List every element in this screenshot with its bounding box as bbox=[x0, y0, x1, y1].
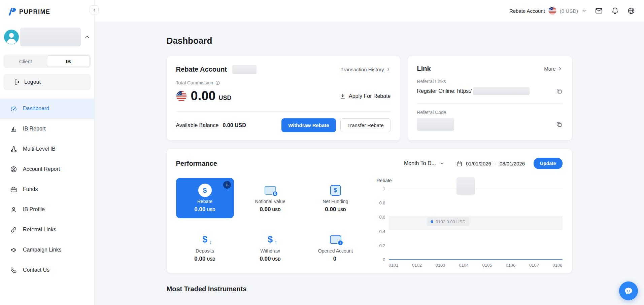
person-icon bbox=[10, 206, 17, 213]
metric-tile-rebate[interactable]: $ Rebate 0.00USD bbox=[176, 178, 234, 218]
available-balance-value: 0.00 USD bbox=[223, 122, 246, 128]
dollar-up-icon: $↑ bbox=[268, 235, 273, 244]
chart-plot-area[interactable]: 0102 0.00 USD bbox=[389, 189, 563, 260]
chat-bubble-icon bbox=[623, 286, 634, 296]
metric-label: Deposits bbox=[196, 248, 214, 254]
date-range-picker[interactable]: 01/01/2026 - 08/01/2026 bbox=[456, 160, 525, 167]
sidebar-item-label: Contact Us bbox=[23, 267, 49, 273]
account-switcher[interactable]: Rebate Account (0 USD) bbox=[509, 7, 587, 15]
metric-unit: USD bbox=[337, 207, 346, 212]
metric-value: 0.00 bbox=[260, 256, 271, 262]
chevron-right-icon bbox=[557, 66, 563, 71]
sidebar-item-funds[interactable]: Funds bbox=[0, 179, 94, 199]
total-commission-row: Total Commission bbox=[176, 80, 391, 85]
sidebar-item-ib-report[interactable]: IB Report bbox=[0, 119, 94, 139]
logout-button[interactable]: Logout bbox=[3, 74, 91, 90]
rebate-detail-arrow-icon[interactable] bbox=[223, 181, 231, 189]
sidebar-item-label: IB Report bbox=[23, 126, 46, 132]
metric-value: 0.00 bbox=[194, 256, 205, 262]
sidebar-item-multi-level-ib[interactable]: Multi-Level IB bbox=[0, 139, 94, 159]
y-tick: 1 bbox=[377, 186, 385, 191]
language-globe-icon[interactable] bbox=[627, 7, 635, 15]
person-circle-icon bbox=[10, 166, 17, 173]
sidebar-item-label: Funds bbox=[23, 186, 38, 192]
metric-tile-notional-value[interactable]: $ Notional Value 0.00USD bbox=[241, 178, 299, 218]
sidebar-item-ib-profile[interactable]: IB Profile bbox=[0, 199, 94, 220]
sidebar-item-label: Dashboard bbox=[23, 106, 49, 112]
sidebar-item-label: IB Profile bbox=[23, 206, 45, 213]
chart-tooltip: 0102 0.00 USD bbox=[427, 217, 469, 226]
transaction-history-label: Transaction History bbox=[341, 67, 384, 72]
dollar-square-icon: $ bbox=[330, 185, 341, 196]
referral-code-redacted bbox=[417, 118, 454, 131]
top-cards-row: Rebate Account Transaction History Total… bbox=[167, 56, 572, 140]
apply-for-rebate-link[interactable]: Apply For Rebate bbox=[340, 93, 391, 99]
notification-bell-icon[interactable] bbox=[611, 7, 619, 15]
x-tick: 0104 bbox=[459, 263, 469, 268]
info-icon[interactable] bbox=[215, 80, 220, 85]
puprime-logo-icon bbox=[6, 7, 16, 17]
dollar-down-icon: $↓ bbox=[202, 235, 207, 244]
sidebar-collapse-button[interactable] bbox=[90, 5, 99, 14]
account-id-redacted bbox=[232, 65, 257, 74]
us-flag-icon bbox=[548, 7, 556, 15]
total-commission-label: Total Commission bbox=[176, 80, 213, 85]
x-tick: 0101 bbox=[389, 263, 399, 268]
date-separator: - bbox=[495, 161, 496, 166]
mail-icon[interactable] bbox=[595, 7, 603, 15]
period-selected-value: Month To D... bbox=[404, 160, 436, 166]
metric-tile-opened-account[interactable]: + Opened Account 0 bbox=[307, 227, 365, 268]
calendar-icon bbox=[456, 160, 463, 167]
rebate-account-card: Rebate Account Transaction History Total… bbox=[167, 56, 400, 140]
transaction-history-link[interactable]: Transaction History bbox=[341, 67, 391, 72]
referral-code-row bbox=[417, 118, 563, 131]
y-tick: 0.4 bbox=[377, 229, 385, 234]
hierarchy-icon bbox=[10, 146, 17, 153]
y-tick: 0.8 bbox=[377, 200, 385, 205]
x-tick: 0108 bbox=[553, 263, 563, 268]
phone-icon bbox=[10, 267, 17, 274]
link-icon bbox=[10, 226, 17, 233]
update-button[interactable]: Update bbox=[534, 158, 562, 169]
client-ib-toggle: Client IB bbox=[3, 54, 91, 68]
sidebar-item-account-report[interactable]: Account Report bbox=[0, 159, 94, 179]
metric-tile-net-funding[interactable]: $ Net Funding 0.00USD bbox=[307, 178, 365, 218]
profile-summary[interactable] bbox=[4, 28, 90, 46]
series-dot-icon bbox=[431, 220, 433, 223]
metric-value: 0.00 bbox=[325, 206, 336, 213]
chevron-right-icon bbox=[386, 67, 391, 72]
live-chat-button[interactable] bbox=[619, 281, 638, 300]
sidebar-item-dashboard[interactable]: Dashboard bbox=[0, 99, 94, 119]
user-avatar bbox=[4, 30, 19, 44]
total-commission-amount: 0.00 bbox=[191, 89, 216, 103]
dollar-badge-icon: $ bbox=[272, 191, 278, 197]
sidebar-item-contact-us[interactable]: Contact Us bbox=[0, 260, 94, 280]
metric-value: 0.00 bbox=[194, 206, 205, 213]
tab-ib[interactable]: IB bbox=[47, 55, 90, 67]
metric-grid: $ Rebate 0.00USD $ Notional Value 0.00US… bbox=[176, 178, 365, 268]
withdraw-rebate-button[interactable]: Withdraw Rebate bbox=[281, 118, 336, 132]
account-card-icon: + bbox=[330, 235, 341, 244]
copy-icon[interactable] bbox=[556, 88, 563, 94]
total-commission-currency: USD bbox=[218, 94, 231, 102]
date-end: 08/01/2026 bbox=[500, 161, 525, 166]
main-content: Dashboard Rebate Account Transaction His… bbox=[94, 22, 644, 305]
sidebar-item-campaign-links[interactable]: Campaign Links bbox=[0, 240, 94, 260]
referral-code-label: Referral Code bbox=[417, 110, 563, 115]
chevron-up-icon[interactable] bbox=[84, 34, 90, 40]
transfer-rebate-button[interactable]: Transfer Rebate bbox=[340, 118, 391, 132]
metric-tile-deposits[interactable]: $↓ Deposits 0.00USD bbox=[176, 227, 234, 268]
y-tick: 0 bbox=[377, 257, 385, 262]
tab-client[interactable]: Client bbox=[4, 55, 47, 67]
metric-tile-withdraw[interactable]: $↑ Withdraw 0.00USD bbox=[241, 227, 299, 268]
period-select[interactable]: Month To D... bbox=[404, 160, 445, 166]
copy-icon[interactable] bbox=[556, 121, 563, 128]
sidebar-item-label: Multi-Level IB bbox=[23, 146, 56, 152]
apply-for-rebate-label: Apply For Rebate bbox=[349, 93, 391, 99]
more-link[interactable]: More bbox=[544, 66, 562, 72]
main-column: Rebate Account (0 USD) Dashboard bbox=[94, 0, 644, 305]
sidebar-item-referral-links[interactable]: Referral Links bbox=[0, 220, 94, 240]
metric-label: Notional Value bbox=[255, 199, 285, 204]
divider bbox=[417, 103, 563, 104]
chevron-down-icon bbox=[581, 8, 587, 13]
